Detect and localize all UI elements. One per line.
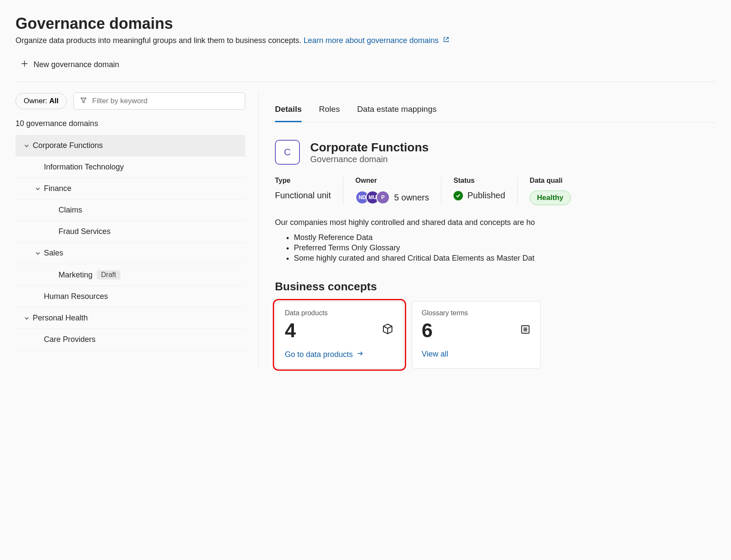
data-quality-label: Data quali (530, 177, 571, 185)
bullet-item: Some highly curated and shared Critical … (294, 254, 716, 263)
tree-item-label: Corporate Functions (33, 141, 103, 150)
tree-item[interactable]: Personal Health (15, 308, 245, 329)
tree-item[interactable]: Finance (15, 178, 245, 200)
domain-tree: Corporate FunctionsInformation Technolog… (15, 135, 245, 351)
domain-initial-badge: C (275, 140, 300, 165)
concept-card[interactable]: Glossary terms6View all (412, 301, 541, 369)
card-value: 4 (285, 319, 296, 342)
owner-avatars[interactable]: NDMUP (355, 191, 390, 204)
tree-item[interactable]: Sales (15, 243, 245, 264)
new-domain-label: New governance domain (34, 60, 119, 69)
filter-keyword-input[interactable] (91, 96, 239, 106)
list-icon (520, 324, 531, 337)
business-concepts-heading: Business concepts (275, 280, 716, 293)
new-governance-domain-button[interactable]: New governance domain (15, 55, 124, 74)
tab[interactable]: Data estate mappings (357, 98, 437, 122)
tree-item[interactable]: MarketingDraft (15, 264, 245, 286)
type-value: Functional unit (275, 191, 331, 200)
tab[interactable]: Details (275, 98, 302, 122)
tree-item-label: Personal Health (33, 314, 88, 323)
tree-item-label: Fraud Services (59, 227, 111, 236)
domain-description: Our companies most highly controlled and… (275, 218, 716, 227)
bullet-item: Mostly Reference Data (294, 233, 716, 242)
chevron-down-icon[interactable] (21, 315, 33, 321)
domain-count-label: 10 governance domains (15, 119, 245, 128)
tree-item[interactable]: Human Resources (15, 286, 245, 308)
tree-item[interactable]: Claims (15, 200, 245, 221)
domain-title: Corporate Functions (310, 141, 429, 154)
tree-item-label: Sales (44, 249, 63, 258)
tree-item[interactable]: Fraud Services (15, 221, 245, 243)
avatar: P (376, 191, 390, 204)
card-label: Data products (285, 309, 394, 317)
status-label: Status (453, 177, 505, 185)
bullet-item: Preferred Terms Only Glossary (294, 243, 716, 252)
card-label: Glossary terms (422, 309, 531, 317)
tree-item[interactable]: Care Providers (15, 329, 245, 351)
domain-subtitle: Governance domain (310, 154, 429, 164)
owner-count: 5 owners (394, 193, 429, 203)
owner-label: Owner (355, 177, 429, 185)
tree-item-label: Human Resources (44, 292, 108, 301)
tab-bar: DetailsRolesData estate mappings (275, 98, 716, 123)
tree-item-label: Care Providers (44, 335, 96, 344)
page-title: Governance domains (15, 15, 716, 33)
cube-icon (381, 323, 394, 338)
chevron-down-icon[interactable] (21, 143, 33, 149)
arrow-right-icon (356, 350, 364, 360)
concept-card[interactable]: Data products4Go to data products (275, 301, 404, 369)
card-value: 6 (422, 319, 433, 342)
tree-item-label: Claims (59, 206, 82, 215)
check-icon (453, 191, 463, 200)
card-link[interactable]: View all (422, 350, 448, 359)
tree-item[interactable]: Corporate Functions (15, 135, 245, 157)
tree-item-label: Information Technology (44, 163, 124, 172)
filter-icon (80, 97, 87, 105)
concept-cards: Data products4Go to data products Glossa… (275, 301, 716, 369)
chevron-down-icon[interactable] (32, 250, 44, 256)
tab[interactable]: Roles (319, 98, 340, 122)
draft-badge: Draft (97, 270, 120, 280)
owner-filter-button[interactable]: Owner: All (15, 93, 67, 109)
data-quality-badge: Healthy (530, 191, 571, 205)
learn-more-link[interactable]: Learn more about governance domains (303, 36, 449, 45)
type-label: Type (275, 177, 331, 185)
status-value: Published (467, 191, 505, 200)
domain-bullets: Mostly Reference DataPreferred Terms Onl… (275, 233, 716, 263)
card-link[interactable]: Go to data products (285, 350, 364, 360)
page-subtitle: Organize data products into meaningful g… (15, 36, 716, 45)
subtitle-text: Organize data products into meaningful g… (15, 36, 301, 45)
tree-item-label: Marketing (59, 271, 93, 280)
plus-icon (21, 60, 28, 70)
chevron-down-icon[interactable] (32, 186, 44, 192)
divider (15, 82, 716, 82)
filter-input-container[interactable] (74, 92, 245, 110)
tree-item-label: Finance (44, 184, 71, 193)
external-link-icon (443, 36, 450, 45)
tree-item[interactable]: Information Technology (15, 157, 245, 178)
